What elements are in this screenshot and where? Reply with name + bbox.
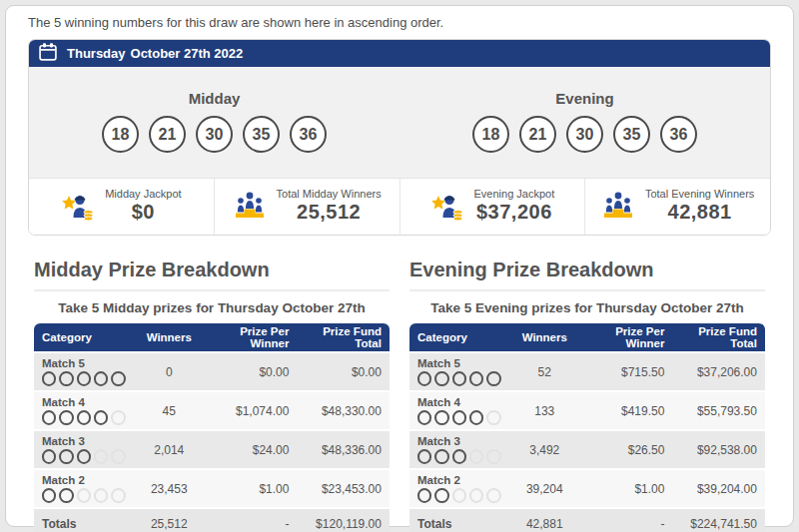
- category-label: Match 3: [417, 435, 501, 447]
- matched-ball-icon: [77, 410, 91, 425]
- unmatched-ball-icon: [486, 410, 500, 425]
- prize-fund-total-cell: $39,204.00: [672, 482, 765, 496]
- prize-fund-total-cell: $23,453.00: [297, 482, 390, 496]
- stat-cell: Total Midday Winners 25,512: [214, 179, 400, 235]
- matched-ball-icon: [77, 449, 91, 464]
- page-container: The 5 winning numbers for this draw are …: [5, 5, 794, 527]
- matched-ball-icon: [452, 410, 466, 425]
- matched-ball-icon: [434, 488, 448, 503]
- totals-winners: 25,512: [134, 517, 205, 531]
- match-circles: [417, 410, 501, 425]
- jackpot-icon: [430, 191, 464, 221]
- winners-podium-icon: [601, 191, 635, 221]
- stat-label: Total Midday Winners: [277, 188, 382, 200]
- draw-date-day: Thursday: [67, 46, 126, 61]
- prize-per-winner-cell: $715.50: [580, 365, 673, 379]
- table-body: Match 5 52 $715.50 $37,206.00 Match 4 13…: [409, 351, 765, 507]
- header-cell-category: Category: [34, 331, 134, 343]
- winning-number-ball: 30: [196, 116, 233, 153]
- session-name: Midday: [29, 90, 400, 107]
- session-name: Evening: [400, 90, 770, 107]
- matched-ball-icon: [417, 410, 431, 425]
- winners-cell: 0: [134, 365, 205, 379]
- winners-cell: 45: [134, 404, 205, 418]
- category-label: Match 5: [417, 357, 501, 369]
- draw-date: ThursdayOctober 27th 2022: [67, 46, 243, 61]
- totals-prize-per-winner: -: [580, 517, 673, 531]
- stat-label: Midday Jackpot: [105, 188, 181, 200]
- prize-row: Match 3 3,492 $26.50 $92,538.00: [409, 429, 765, 468]
- match-circles: [417, 449, 501, 464]
- unmatched-ball-icon: [94, 449, 108, 464]
- match-circles: [42, 410, 126, 425]
- breakdown-title: Midday Prize Breakdown: [34, 259, 390, 281]
- category-label: Match 3: [42, 435, 126, 447]
- winning-number-ball: 35: [613, 116, 650, 153]
- table-body: Match 5 0 $0.00 $0.00 Match 4 45 $1,074.…: [34, 351, 390, 507]
- header-cell-prize-per-winner: Prize Per Winner: [205, 325, 298, 349]
- header-cell-winners: Winners: [134, 331, 205, 343]
- prize-row: Match 3 2,014 $24.00 $48,336.00: [34, 429, 390, 468]
- unmatched-ball-icon: [77, 488, 91, 503]
- table-header-row: Category Winners Prize Per Winner Prize …: [34, 323, 390, 351]
- match-circles: [417, 488, 501, 503]
- winning-numbers: 18 21 30 35 36: [400, 116, 770, 153]
- unmatched-ball-icon: [469, 488, 483, 503]
- prize-per-winner-cell: $1,074.00: [205, 404, 298, 418]
- prize-fund-total-cell: $48,330.00: [297, 404, 390, 418]
- totals-label: Totals: [409, 517, 509, 531]
- prize-fund-total-cell: $37,206.00: [672, 365, 765, 379]
- prize-per-winner-cell: $24.00: [205, 443, 298, 457]
- matched-ball-icon: [417, 449, 431, 464]
- prize-per-winner-cell: $0.00: [205, 365, 298, 379]
- unmatched-ball-icon: [111, 449, 125, 464]
- winning-number-ball: 21: [149, 116, 186, 153]
- matched-ball-icon: [469, 371, 483, 386]
- totals-label: Totals: [34, 517, 134, 531]
- totals-prize-per-winner: -: [205, 517, 298, 531]
- matched-ball-icon: [434, 449, 448, 464]
- prize-table: Category Winners Prize Per Winner Prize …: [409, 323, 765, 532]
- category-label: Match 2: [42, 474, 126, 486]
- matched-ball-icon: [59, 410, 73, 425]
- stat-value: $37,206: [474, 201, 555, 224]
- matched-ball-icon: [486, 371, 500, 386]
- matched-ball-icon: [111, 371, 125, 386]
- match-circles: [417, 371, 501, 386]
- title-rule: [34, 289, 390, 291]
- stat-cell: Evening Jackpot $37,206: [400, 179, 585, 235]
- stat-label: Evening Jackpot: [474, 188, 555, 200]
- draw-card: ThursdayOctober 27th 2022 Midday 18 21 3…: [28, 39, 771, 236]
- matched-ball-icon: [417, 488, 431, 503]
- breakdown-subtitle: Take 5 Midday prizes for Thursday Octobe…: [34, 300, 390, 315]
- breakdown-section: Midday Prize Breakdown Take 5 Midday pri…: [34, 259, 390, 532]
- stat-cell: Midday Jackpot $0: [29, 179, 214, 235]
- prize-row: Match 5 0 $0.00 $0.00: [34, 351, 390, 390]
- matched-ball-icon: [42, 488, 56, 503]
- matched-ball-icon: [94, 410, 108, 425]
- matched-ball-icon: [452, 449, 466, 464]
- matched-ball-icon: [452, 371, 466, 386]
- prize-breakdowns: Midday Prize Breakdown Take 5 Midday pri…: [28, 259, 771, 532]
- stat-value: $0: [105, 201, 181, 224]
- match-circles: [42, 449, 126, 464]
- matched-ball-icon: [59, 488, 73, 503]
- unmatched-ball-icon: [94, 488, 108, 503]
- totals-winners: 42,881: [509, 517, 580, 531]
- prize-fund-total-cell: $0.00: [297, 365, 390, 379]
- draw-session: Evening 18 21 30 35 36: [400, 90, 770, 153]
- winners-cell: 23,453: [134, 482, 205, 496]
- category-label: Match 5: [42, 357, 126, 369]
- totals-prize-fund-total: $224,741.50: [672, 517, 765, 531]
- prize-row: Match 2 39,204 $1.00 $39,204.00: [409, 468, 765, 507]
- unmatched-ball-icon: [486, 449, 500, 464]
- draw-header: ThursdayOctober 27th 2022: [29, 40, 770, 67]
- winning-number-ball: 30: [566, 116, 603, 153]
- match-circles: [42, 488, 126, 503]
- matched-ball-icon: [434, 371, 448, 386]
- matched-ball-icon: [434, 410, 448, 425]
- unmatched-ball-icon: [469, 449, 483, 464]
- prize-per-winner-cell: $419.50: [580, 404, 673, 418]
- match-circles: [42, 371, 126, 386]
- unmatched-ball-icon: [452, 488, 466, 503]
